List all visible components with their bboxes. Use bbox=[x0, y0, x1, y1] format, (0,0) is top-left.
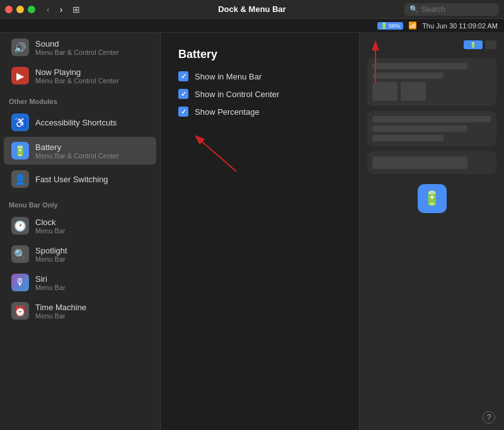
preview-row-1 bbox=[372, 82, 491, 101]
traffic-lights bbox=[5, 6, 35, 13]
siri-label: Siri bbox=[35, 274, 66, 284]
show-percentage-checkbox[interactable]: ✓ bbox=[178, 107, 188, 117]
preview-block-1 bbox=[372, 63, 467, 69]
battery-icon: 🔋 bbox=[11, 142, 29, 160]
sidebar-item-sound[interactable]: 🔊 Sound Menu Bar & Control Center bbox=[4, 33, 156, 61]
preview-block-2 bbox=[372, 73, 444, 79]
now-playing-label: Now Playing bbox=[35, 67, 119, 77]
fullscreen-button[interactable] bbox=[28, 6, 35, 13]
time-machine-label: Time Machine bbox=[35, 303, 86, 312]
menubar-datetime: Thu Jun 30 11:09:02 AM bbox=[422, 22, 498, 30]
sound-sublabel: Menu Bar & Control Center bbox=[35, 49, 119, 56]
show-menu-bar-label: Show in Menu Bar bbox=[195, 72, 261, 81]
time-machine-sublabel: Menu Bar bbox=[35, 312, 86, 320]
other-modules-header: Other Modules bbox=[0, 90, 160, 108]
menubar-battery-pill: 🔋 56% bbox=[377, 22, 404, 30]
checkmark-icon-2: ✓ bbox=[181, 90, 186, 98]
close-button[interactable] bbox=[5, 6, 13, 13]
preview-section-2 bbox=[367, 111, 496, 146]
preview-block-5 bbox=[372, 135, 444, 141]
accessibility-icon: ♿ bbox=[11, 113, 29, 131]
window-title: Dock & Menu Bar bbox=[218, 4, 286, 14]
checkbox-group: ✓ Show in Menu Bar ✓ Show in Control Cen… bbox=[178, 71, 341, 117]
accessibility-text: Accessibility Shortcuts bbox=[35, 118, 117, 127]
sidebar: 🔊 Sound Menu Bar & Control Center ▶ Now … bbox=[0, 33, 161, 430]
user-icon: 👤 bbox=[11, 170, 29, 188]
spotlight-label: Spotlight bbox=[35, 246, 67, 255]
titlebar: ‹ › ⊞ Dock & Menu Bar 🔍 bbox=[0, 0, 504, 19]
now-playing-sublabel: Menu Bar & Control Center bbox=[35, 77, 119, 84]
search-input[interactable] bbox=[421, 5, 494, 14]
clock-icon: 🕐 bbox=[11, 217, 29, 235]
help-button[interactable]: ? bbox=[483, 411, 495, 424]
preview-mb-block-1 bbox=[485, 40, 496, 49]
preview-menubar-row: 🔋 bbox=[367, 40, 496, 49]
search-bar[interactable]: 🔍 bbox=[404, 3, 499, 16]
spotlight-text: Spotlight Menu Bar bbox=[35, 246, 67, 263]
sound-icon: 🔊 bbox=[11, 38, 29, 56]
preview-block-4 bbox=[372, 125, 467, 132]
show-control-center-label: Show in Control Center bbox=[195, 90, 279, 99]
spotlight-icon: 🔍 bbox=[11, 245, 29, 263]
clock-sublabel: Menu Bar bbox=[35, 227, 66, 235]
show-control-center-checkbox[interactable]: ✓ bbox=[178, 89, 188, 99]
now-playing-icon: ▶ bbox=[11, 67, 29, 84]
siri-text: Siri Menu Bar bbox=[35, 274, 66, 291]
time-machine-text: Time Machine Menu Bar bbox=[35, 303, 86, 320]
sidebar-item-now-playing[interactable]: ▶ Now Playing Menu Bar & Control Center bbox=[4, 62, 156, 90]
checkbox-row-control-center: ✓ Show in Control Center bbox=[178, 89, 341, 99]
content-area: Battery ✓ Show in Menu Bar ✓ Show in Con… bbox=[161, 33, 359, 430]
now-playing-text: Now Playing Menu Bar & Control Center bbox=[35, 67, 119, 84]
svg-line-0 bbox=[197, 137, 236, 171]
menubar-wifi-icon: 📶 bbox=[408, 21, 417, 30]
time-machine-icon: ⏰ bbox=[11, 302, 29, 320]
back-button[interactable]: ‹ bbox=[44, 3, 52, 16]
preview-section-3 bbox=[367, 151, 496, 174]
content-title: Battery bbox=[178, 48, 341, 61]
sidebar-item-siri[interactable]: 🎙 Siri Menu Bar bbox=[4, 269, 156, 296]
preview-block-3 bbox=[372, 116, 491, 122]
sidebar-item-time-machine[interactable]: ⏰ Time Machine Menu Bar bbox=[4, 297, 156, 325]
accessibility-label: Accessibility Shortcuts bbox=[35, 118, 117, 127]
minimize-button[interactable] bbox=[16, 6, 24, 13]
checkbox-row-menu-bar: ✓ Show in Menu Bar bbox=[178, 71, 341, 81]
sidebar-item-clock[interactable]: 🕐 Clock Menu Bar bbox=[4, 212, 156, 240]
checkmark-icon-3: ✓ bbox=[181, 108, 186, 116]
preview-block-6 bbox=[372, 156, 467, 169]
preview-small-1 bbox=[372, 82, 398, 101]
preview-small-2 bbox=[401, 82, 426, 101]
main-layout: 🔊 Sound Menu Bar & Control Center ▶ Now … bbox=[0, 33, 504, 430]
preview-section-1 bbox=[367, 58, 496, 106]
sound-label: Sound bbox=[35, 39, 119, 49]
siri-icon: 🎙 bbox=[11, 274, 29, 291]
sidebar-item-battery[interactable]: 🔋 Battery Menu Bar & Control Center bbox=[4, 137, 156, 165]
clock-label: Clock bbox=[35, 218, 66, 227]
forward-button[interactable]: › bbox=[57, 3, 66, 16]
sidebar-item-spotlight[interactable]: 🔍 Spotlight Menu Bar bbox=[4, 240, 156, 268]
fast-user-text: Fast User Switching bbox=[35, 175, 108, 184]
checkmark-icon: ✓ bbox=[181, 73, 186, 81]
preview-panel: 🔋 🔋 bbox=[359, 33, 504, 430]
battery-text: Battery Menu Bar & Control Center bbox=[35, 142, 119, 160]
show-menu-bar-checkbox[interactable]: ✓ bbox=[178, 71, 188, 81]
preview-battery-icon: 🔋 bbox=[418, 184, 447, 213]
sidebar-item-accessibility[interactable]: ♿ Accessibility Shortcuts bbox=[4, 108, 156, 136]
menubar-preview: 🔋 56% 📶 Thu Jun 30 11:09:02 AM bbox=[0, 19, 504, 33]
spotlight-sublabel: Menu Bar bbox=[35, 255, 67, 263]
siri-sublabel: Menu Bar bbox=[35, 284, 66, 291]
sidebar-item-fast-user-switching[interactable]: 👤 Fast User Switching bbox=[4, 165, 156, 193]
menu-bar-only-header: Menu Bar Only bbox=[0, 194, 160, 211]
battery-sublabel: Menu Bar & Control Center bbox=[35, 152, 119, 160]
battery-label: Battery bbox=[35, 142, 119, 152]
nav-buttons: ‹ › ⊞ bbox=[44, 3, 80, 16]
sound-text: Sound Menu Bar & Control Center bbox=[35, 39, 119, 56]
search-icon: 🔍 bbox=[410, 5, 418, 13]
preview-battery-menubar: 🔋 bbox=[464, 40, 483, 49]
show-percentage-label: Show Percentage bbox=[195, 107, 260, 117]
clock-text: Clock Menu Bar bbox=[35, 218, 66, 235]
fast-user-label: Fast User Switching bbox=[35, 175, 108, 184]
checkbox-row-percentage: ✓ Show Percentage bbox=[178, 107, 341, 117]
grid-icon[interactable]: ⊞ bbox=[72, 4, 80, 15]
